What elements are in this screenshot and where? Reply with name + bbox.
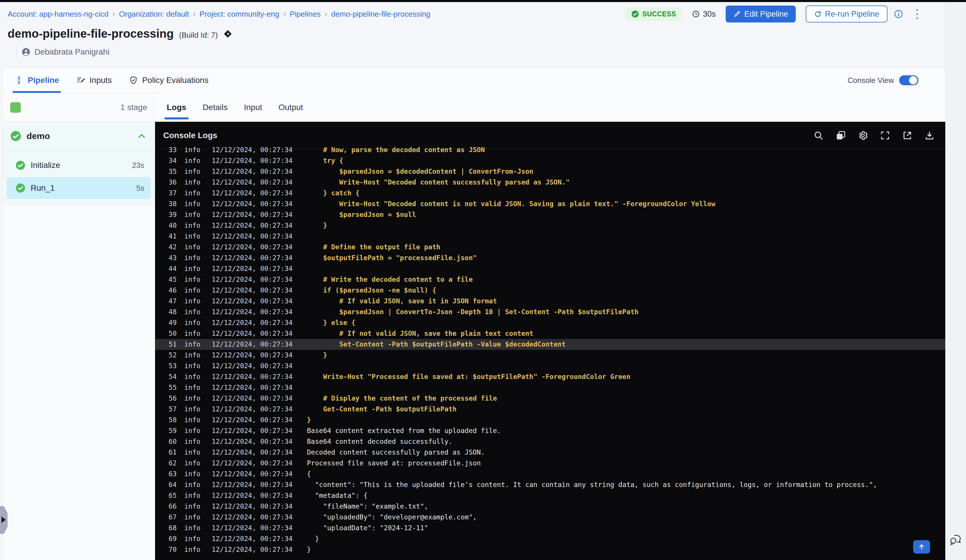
log-row[interactable]: 62info12/12/2024, 00:27:34Processed file… <box>155 458 945 469</box>
log-row[interactable]: 52info12/12/2024, 00:27:34 } <box>155 350 945 361</box>
log-message: } <box>307 544 945 555</box>
expand-right-arrow-icon <box>2 517 6 523</box>
console-tab-logs[interactable]: Logs <box>167 93 186 122</box>
log-row[interactable]: 34info12/12/2024, 00:27:34 try { <box>155 155 945 166</box>
chevron-up-icon[interactable] <box>136 130 147 141</box>
log-row[interactable]: 53info12/12/2024, 00:27:34 <box>155 361 945 371</box>
log-row[interactable]: 49info12/12/2024, 00:27:34 } else { <box>155 317 945 328</box>
info-icon[interactable] <box>894 9 903 19</box>
log-line-number: 57 <box>164 404 177 415</box>
stage-group-header[interactable]: demo <box>3 122 155 150</box>
log-row[interactable]: 68info12/12/2024, 00:27:34 "uploadDate":… <box>155 522 945 534</box>
log-row[interactable]: 67info12/12/2024, 00:27:34 "uploadedBy":… <box>155 512 945 522</box>
console-tab-details[interactable]: Details <box>203 93 228 122</box>
log-timestamp: 12/12/2024, 00:27:34 <box>212 458 299 469</box>
log-message: $parsedJson = $decodedContent | ConvertF… <box>307 166 945 177</box>
search-icon[interactable] <box>813 130 824 141</box>
log-row[interactable]: 37info12/12/2024, 00:27:34 } catch { <box>155 188 945 199</box>
log-message: # If valid JSON, save it in JSON format <box>307 296 945 307</box>
log-row[interactable]: 58info12/12/2024, 00:27:34} <box>155 415 945 425</box>
log-timestamp: 12/12/2024, 00:27:34 <box>212 522 299 534</box>
chat-help-icon[interactable] <box>949 532 963 546</box>
log-timestamp: 12/12/2024, 00:27:34 <box>212 447 299 458</box>
log-row[interactable]: 59info12/12/2024, 00:27:34Base64 content… <box>155 425 945 436</box>
step-name: Run_1 <box>31 183 55 193</box>
log-row[interactable]: 63info12/12/2024, 00:27:34{ <box>155 469 945 480</box>
log-message <box>307 361 945 371</box>
stage-status-square[interactable] <box>10 102 21 113</box>
breadcrumb-item[interactable]: Organization: default <box>119 10 189 19</box>
log-row[interactable]: 45info12/12/2024, 00:27:34 # Write the d… <box>155 274 945 285</box>
breadcrumb-item[interactable]: Account: app-harness-ng-cicd <box>8 10 108 19</box>
log-row[interactable]: 61info12/12/2024, 00:27:34Decoded conten… <box>155 447 945 458</box>
console-tab-output[interactable]: Output <box>279 93 303 122</box>
log-row[interactable]: 41info12/12/2024, 00:27:34 <box>155 231 945 242</box>
step-list: Initialize23sRun_15s <box>3 154 155 199</box>
console-panel: Console Logs 33info12/12/2024, 00:27:34 … <box>155 122 945 560</box>
log-line-number: 42 <box>164 242 177 253</box>
breadcrumb-item[interactable]: Pipelines <box>290 10 320 19</box>
scroll-to-top-button[interactable] <box>913 540 930 553</box>
log-timestamp: 12/12/2024, 00:27:34 <box>212 382 299 393</box>
log-row[interactable]: 64info12/12/2024, 00:27:34 "content": "T… <box>155 480 945 490</box>
log-row[interactable]: 43info12/12/2024, 00:27:34 $outputFilePa… <box>155 253 945 263</box>
log-line-number: 66 <box>164 501 177 512</box>
console-tab-input[interactable]: Input <box>244 93 262 122</box>
log-row[interactable]: 48info12/12/2024, 00:27:34 $parsedJson |… <box>155 307 945 317</box>
edit-pipeline-button[interactable]: Edit Pipeline <box>726 5 796 23</box>
log-row[interactable]: 69info12/12/2024, 00:27:34 } <box>155 534 945 544</box>
download-icon[interactable] <box>924 130 935 141</box>
status-text: SUCCESS <box>642 10 676 18</box>
log-row[interactable]: 55info12/12/2024, 00:27:34 <box>155 382 945 393</box>
step-item-run_1[interactable]: Run_15s <box>7 177 151 199</box>
tab-policy-evaluations[interactable]: Policy Evaluations <box>129 68 209 93</box>
log-level: info <box>184 404 204 415</box>
fullscreen-icon[interactable] <box>880 130 890 141</box>
log-line-number: 59 <box>164 425 177 436</box>
log-row[interactable]: 65info12/12/2024, 00:27:34 "metadata": { <box>155 490 945 501</box>
log-level: info <box>184 522 204 534</box>
tab-inputs[interactable]: Inputs <box>76 68 112 93</box>
log-row[interactable]: 66info12/12/2024, 00:27:34 "fileName": "… <box>155 501 945 512</box>
log-row[interactable]: 42info12/12/2024, 00:27:34 # Define the … <box>155 242 945 253</box>
execution-content-card: PipelineInputsPolicy Evaluations Console… <box>2 67 946 560</box>
log-row[interactable]: 39info12/12/2024, 00:27:34 $parsedJson =… <box>155 209 945 220</box>
log-message <box>307 231 945 242</box>
window-top-strip <box>0 0 966 2</box>
log-row[interactable]: 60info12/12/2024, 00:27:34Base64 content… <box>155 436 945 447</box>
log-row[interactable]: 33info12/12/2024, 00:27:34 # Now, parse … <box>155 145 945 155</box>
log-line-number: 63 <box>164 469 177 480</box>
settings-icon[interactable] <box>858 130 868 141</box>
harness-pipeline-execution-page: { "breadcrumb": { "separator": "›", "ite… <box>0 0 966 560</box>
open-in-new-icon[interactable] <box>902 130 913 141</box>
log-row[interactable]: 54info12/12/2024, 00:27:34 Write-Host "P… <box>155 371 945 382</box>
log-row[interactable]: 35info12/12/2024, 00:27:34 $parsedJson =… <box>155 166 945 177</box>
more-options-menu[interactable] <box>913 7 921 21</box>
log-row[interactable]: 46info12/12/2024, 00:27:34 if ($parsedJs… <box>155 285 945 296</box>
log-row[interactable]: 51info12/12/2024, 00:27:34 Set-Content -… <box>155 339 945 350</box>
log-lines[interactable]: 33info12/12/2024, 00:27:34 # Now, parse … <box>155 145 945 560</box>
log-row[interactable]: 36info12/12/2024, 00:27:34 Write-Host "D… <box>155 177 945 188</box>
log-timestamp: 12/12/2024, 00:27:34 <box>212 209 299 220</box>
log-timestamp: 12/12/2024, 00:27:34 <box>212 339 299 350</box>
log-row[interactable]: 50info12/12/2024, 00:27:34 # If not vali… <box>155 328 945 339</box>
log-row[interactable]: 70info12/12/2024, 00:27:34} <box>155 544 945 555</box>
log-timestamp: 12/12/2024, 00:27:34 <box>212 425 299 436</box>
tab-pipeline[interactable]: Pipeline <box>14 68 59 93</box>
copy-icon[interactable] <box>835 130 846 141</box>
log-row[interactable]: 38info12/12/2024, 00:27:34 Write-Host "D… <box>155 199 945 209</box>
log-row[interactable]: 57info12/12/2024, 00:27:34 Get-Content -… <box>155 404 945 415</box>
log-row[interactable]: 47info12/12/2024, 00:27:34 # If valid JS… <box>155 296 945 307</box>
console-view-toggle[interactable] <box>899 76 918 85</box>
rerun-pipeline-button[interactable]: Re-run Pipeline <box>806 5 887 23</box>
log-message <box>307 263 945 274</box>
log-row[interactable]: 56info12/12/2024, 00:27:34 # Display the… <box>155 393 945 404</box>
log-row[interactable]: 40info12/12/2024, 00:27:34 } <box>155 220 945 231</box>
log-message: if ($parsedJson -ne $null) { <box>307 285 945 296</box>
step-item-initialize[interactable]: Initialize23s <box>7 154 151 176</box>
breadcrumb-item[interactable]: demo-pipeline-file-processing <box>331 10 430 19</box>
breadcrumb-item[interactable]: Project: community-eng <box>199 10 279 19</box>
console-view-info-icon[interactable] <box>924 76 932 85</box>
log-timestamp: 12/12/2024, 00:27:34 <box>212 220 299 231</box>
log-row[interactable]: 44info12/12/2024, 00:27:34 <box>155 263 945 274</box>
